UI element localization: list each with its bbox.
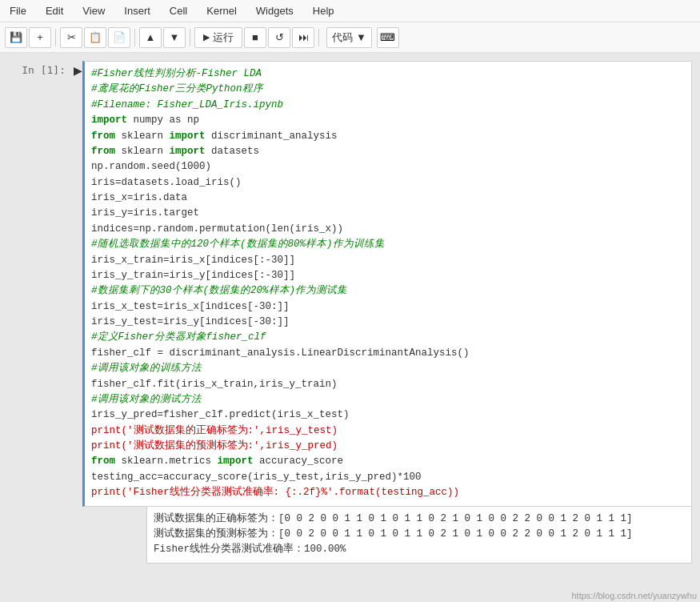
menu-help[interactable]: Help [303, 2, 344, 19]
move-up-button[interactable]: ▲ [139, 27, 162, 48]
dropdown-icon: ▼ [356, 31, 366, 43]
run-indicator[interactable]: ▶ [72, 61, 82, 77]
run-marker-icon[interactable]: ▶ [74, 64, 82, 77]
print-line-3: print('Fisher线性分类器测试准确率: {:.2f}%'.format… [91, 487, 459, 498]
save-button[interactable]: 💾 [5, 27, 27, 48]
menu-edit[interactable]: Edit [36, 2, 73, 19]
separator-1 [55, 29, 56, 46]
separator-2 [134, 29, 135, 46]
output-line-2: 测试数据集的预测标签为：[0 0 2 0 0 1 1 0 1 0 1 1 0 2… [154, 527, 685, 542]
separator-3 [190, 29, 190, 46]
stop-button[interactable]: ■ [244, 27, 266, 48]
cell-type-select[interactable]: 代码 ▼ [326, 27, 372, 48]
menu-insert[interactable]: Insert [114, 2, 160, 19]
import-kw-4: import [218, 456, 254, 467]
restart-run-button[interactable]: ⏭ [292, 27, 314, 48]
cell-type-label: 代码 [332, 30, 353, 45]
import-kw-1: import [91, 114, 127, 126]
keyboard-shortcut-button[interactable]: ⌨ [377, 27, 399, 48]
comment-7: #调用该对象的训练方法 [91, 363, 202, 374]
import-kw-3: import [170, 146, 206, 157]
run-button[interactable]: ▶ 运行 [194, 27, 242, 48]
watermark: https://blog.csdn.net/yuanzywhu [571, 591, 697, 600]
code-cell-1: In [1]: ▶ #Fisher线性判别分析-Fisher LDA #鸢尾花的… [8, 61, 692, 564]
restart-button[interactable]: ↺ [268, 27, 290, 48]
cell-code-wrapper: #Fisher线性判别分析-Fisher LDA #鸢尾花的Fisher三分类P… [82, 61, 692, 564]
comment-5: #数据集剩下的30个样本(数据集的20%样本)作为测试集 [91, 285, 347, 296]
code-block: #Fisher线性判别分析-Fisher LDA #鸢尾花的Fisher三分类P… [91, 66, 685, 501]
comment-2: #鸢尾花的Fisher三分类Python程序 [91, 83, 263, 94]
move-down-button[interactable]: ▼ [163, 27, 186, 48]
cell-label: In [1]: [8, 61, 72, 76]
print-line-2: print('测试数据集的预测标签为:',iris_y_pred) [91, 440, 338, 451]
cell-code[interactable]: #Fisher线性判别分析-Fisher LDA #鸢尾花的Fisher三分类P… [82, 61, 692, 507]
toolbar: 💾 + ✂ 📋 📄 ▲ ▼ ▶ 运行 ■ ↺ ⏭ 代码 ▼ ⌨ [0, 22, 700, 53]
comment-1: #Fisher线性判别分析-Fisher LDA [91, 68, 262, 79]
run-label: 运行 [213, 30, 234, 45]
from-kw-2: from [91, 146, 115, 157]
output-line-3: Fisher线性分类器测试准确率：100.00% [154, 542, 685, 557]
separator-4 [318, 29, 319, 46]
menu-widgets[interactable]: Widgets [246, 2, 303, 19]
menu-kernel[interactable]: Kernel [197, 2, 246, 19]
comment-6: #定义Fisher分类器对象fisher_clf [91, 331, 266, 343]
comment-3: #Filename: Fisher_LDA_Iris.ipynb [91, 99, 283, 110]
menu-cell[interactable]: Cell [160, 2, 197, 19]
print-line-1: print('测试数据集的正确标签为:',iris_y_test) [91, 425, 338, 436]
from-kw-3: from [91, 456, 115, 467]
comment-8: #调用该对象的测试方法 [91, 394, 202, 405]
menu-view[interactable]: View [73, 2, 114, 19]
import-kw-2: import [170, 130, 206, 142]
from-kw-1: from [91, 130, 115, 142]
output-line-1: 测试数据集的正确标签为：[0 0 2 0 0 1 1 0 1 0 1 1 0 2… [154, 512, 685, 527]
notebook-area: In [1]: ▶ #Fisher线性判别分析-Fisher LDA #鸢尾花的… [0, 53, 700, 602]
cut-button[interactable]: ✂ [60, 27, 82, 48]
paste-button[interactable]: 📄 [108, 27, 130, 48]
run-icon: ▶ [203, 32, 210, 42]
cell-output: 测试数据集的正确标签为：[0 0 2 0 0 1 1 0 1 0 1 1 0 2… [146, 507, 692, 564]
menu-bar: File Edit View Insert Cell Kernel Widget… [0, 0, 700, 22]
comment-4: #随机选取数据集中的120个样本(数据集的80%样本)作为训练集 [91, 239, 385, 250]
copy-button[interactable]: 📋 [84, 27, 106, 48]
menu-file[interactable]: File [0, 2, 36, 19]
add-cell-button[interactable]: + [29, 27, 51, 48]
